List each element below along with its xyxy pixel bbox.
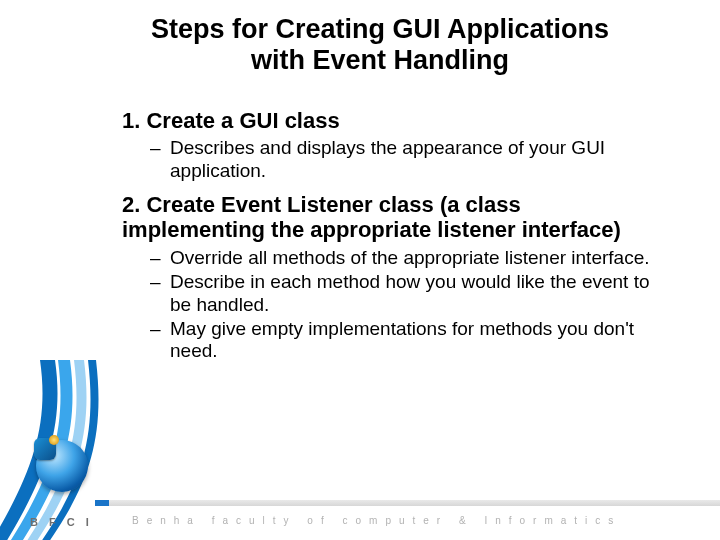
sub-item: Override all methods of the appropriate … bbox=[136, 247, 650, 269]
footer-text: Benha faculty of computer & Informatics bbox=[132, 515, 700, 526]
slide-title: Steps for Creating GUI Applications with… bbox=[120, 14, 640, 76]
badge-icon bbox=[34, 438, 56, 460]
sub-item: May give empty implementations for metho… bbox=[136, 318, 650, 363]
title-line-2: with Event Handling bbox=[251, 45, 509, 75]
list-item-heading-2: 2. Create Event Listener class (a class … bbox=[122, 192, 650, 243]
slide-body: 1. Create a GUI class Describes and disp… bbox=[122, 108, 650, 369]
sub-list-1: Describes and displays the appearance of… bbox=[136, 137, 650, 182]
list-item-heading-1: 1. Create a GUI class bbox=[122, 108, 650, 133]
institution-logo bbox=[36, 440, 88, 492]
sub-item: Describes and displays the appearance of… bbox=[136, 137, 650, 182]
sub-list-2: Override all methods of the appropriate … bbox=[136, 247, 650, 363]
footer-divider-accent bbox=[95, 500, 109, 506]
slide: Steps for Creating GUI Applications with… bbox=[0, 0, 720, 540]
footer-divider bbox=[95, 500, 720, 506]
title-line-1: Steps for Creating GUI Applications bbox=[151, 14, 609, 44]
footer-acronym: B F C I bbox=[30, 516, 93, 528]
sub-item: Describe in each method how you would li… bbox=[136, 271, 650, 316]
